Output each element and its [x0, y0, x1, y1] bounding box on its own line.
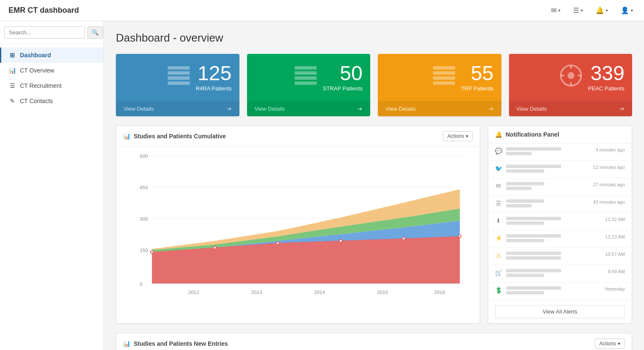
- notif-item-8: 🛒 9:49 AM: [488, 265, 632, 283]
- topnav: EMR CT dashboard ✉ ▾ ☰ ▾ 🔔 ▾ 👤 ▾: [0, 0, 644, 21]
- trp-view-details[interactable]: View Details: [385, 106, 416, 112]
- trp-card-icon: [433, 66, 455, 89]
- page-title: Dashboard - overview: [116, 31, 632, 45]
- stat-cards-row: 125 R4RA Patients View Details ➜: [116, 54, 632, 116]
- notif-text-bar-2: [506, 221, 544, 225]
- trp-number: 55: [461, 63, 493, 84]
- strap-view-details[interactable]: View Details: [255, 106, 285, 112]
- strap-card-icon: [295, 66, 317, 89]
- svg-rect-9: [433, 71, 455, 75]
- sidebar-item-label: CT Contacts: [20, 98, 53, 104]
- bell-nav-btn[interactable]: 🔔 ▾: [593, 5, 610, 16]
- sidebar-item-dashboard[interactable]: ⊞ Dashboard: [0, 48, 104, 63]
- actions2-caret-icon: ▾: [618, 341, 620, 347]
- svg-point-28: [402, 237, 405, 240]
- chart-actions-button[interactable]: Actions ▾: [443, 131, 473, 141]
- strap-label: STRAP Patients: [323, 85, 363, 92]
- notif-icon-twitter: 🐦: [495, 165, 502, 172]
- user-icon: 👤: [621, 6, 629, 14]
- peac-arrow-icon: ➜: [619, 105, 624, 112]
- ct-contacts-icon: ✎: [9, 98, 16, 104]
- topnav-right: ✉ ▾ ☰ ▾ 🔔 ▾ 👤 ▾: [548, 5, 636, 16]
- svg-point-24: [151, 251, 153, 253]
- bell-caret: ▾: [606, 8, 608, 13]
- stat-card-peac: 339 PEAC Patients View Details ➜: [509, 54, 633, 116]
- svg-rect-10: [433, 76, 455, 80]
- strap-footer[interactable]: View Details ➜: [247, 101, 371, 116]
- notif-text-bar: [506, 234, 561, 238]
- notif-text-bar: [506, 182, 544, 185]
- notif-item-9: 💲 Yesterday: [488, 283, 632, 300]
- peac-number: 339: [588, 63, 624, 84]
- r4ra-arrow-icon: ➜: [227, 105, 232, 112]
- chart2-actions-button[interactable]: Actions ▾: [595, 339, 625, 349]
- peac-card-icon: [560, 64, 582, 91]
- actions2-label: Actions: [599, 341, 616, 347]
- chart-panel-cumulative: 📊 Studies and Patients Cumulative Action…: [116, 126, 480, 324]
- svg-point-25: [214, 246, 216, 249]
- search-button[interactable]: 🔍: [87, 26, 103, 39]
- svg-text:2012: 2012: [188, 289, 199, 295]
- trp-label: TRP Patients: [461, 85, 493, 92]
- svg-text:2015: 2015: [377, 289, 388, 295]
- peac-view-details[interactable]: View Details: [517, 106, 547, 112]
- svg-rect-4: [295, 66, 317, 70]
- notif-time-9: Yesterday: [604, 286, 625, 291]
- notif-text-bar: [506, 269, 561, 272]
- sidebar-item-ct-recruitment[interactable]: ☰ CT Recruitment: [0, 78, 104, 93]
- notif-text-bar-2: [506, 256, 561, 260]
- svg-text:2016: 2016: [434, 289, 445, 295]
- notif-time-6: 11:13 AM: [605, 234, 625, 239]
- notif-text-bar: [506, 217, 561, 220]
- notif-time-3: 27 minutes ago: [593, 182, 625, 187]
- svg-text:0: 0: [140, 281, 143, 287]
- notif-text-bar: [506, 199, 544, 203]
- svg-text:300: 300: [140, 216, 148, 221]
- notif-item-2: 🐦 12 minutes ago: [488, 161, 632, 178]
- notif-item-5: ⬇ 11:32 AM: [488, 213, 632, 230]
- search-input[interactable]: [4, 26, 85, 39]
- r4ra-footer[interactable]: View Details ➜: [116, 101, 239, 116]
- svg-text:2014: 2014: [314, 289, 325, 295]
- email-nav-btn[interactable]: ✉ ▾: [548, 5, 563, 16]
- stat-card-r4ra: 125 R4RA Patients View Details ➜: [116, 54, 239, 116]
- svg-rect-2: [168, 76, 190, 80]
- peac-footer[interactable]: View Details ➜: [509, 101, 633, 116]
- sidebar-item-label: CT Recruitment: [20, 82, 62, 89]
- notif-text-bar: [506, 147, 561, 151]
- notifications-footer: View All Alerts: [488, 300, 632, 323]
- notif-text-bar-2: [506, 187, 532, 190]
- peac-label: PEAC Patients: [588, 85, 624, 92]
- sidebar-item-ct-contacts[interactable]: ✎ CT Contacts: [0, 93, 104, 109]
- r4ra-label: R4RA Patients: [196, 85, 232, 92]
- bell-icon: 🔔: [596, 6, 604, 14]
- notif-time-7: 10:57 AM: [605, 252, 625, 257]
- svg-rect-3: [168, 81, 190, 85]
- strap-arrow-icon: ➜: [357, 105, 363, 112]
- r4ra-view-details[interactable]: View Details: [124, 106, 154, 112]
- trp-footer[interactable]: View Details ➜: [378, 101, 501, 116]
- trp-arrow-icon: ➜: [489, 105, 494, 112]
- svg-text:450: 450: [140, 185, 148, 190]
- user-nav-btn[interactable]: 👤 ▾: [618, 5, 636, 16]
- svg-point-29: [458, 235, 461, 238]
- notif-text-bar-2: [506, 291, 544, 294]
- user-caret: ▾: [631, 8, 633, 13]
- app-body: 🔍 ⊞ Dashboard 📊 CT Overview ☰ CT Recruit…: [0, 21, 644, 350]
- bell-panel-icon: 🔔: [495, 131, 502, 138]
- notif-text-bar-2: [506, 239, 544, 242]
- svg-rect-7: [295, 81, 317, 85]
- ct-recruitment-icon: ☰: [9, 82, 16, 89]
- email-caret: ▾: [558, 8, 560, 13]
- email-icon: ✉: [551, 6, 557, 14]
- notif-text-bar-2: [506, 274, 544, 277]
- actions-caret-icon: ▾: [466, 133, 468, 139]
- notif-text-bar-2: [506, 152, 532, 155]
- svg-rect-8: [433, 66, 455, 70]
- notifications-panel-title: Notifications Panel: [506, 131, 559, 138]
- sidebar-search-area: 🔍: [0, 21, 104, 44]
- sidebar-item-ct-overview[interactable]: 📊 CT Overview: [0, 63, 104, 78]
- list-nav-btn[interactable]: ☰ ▾: [571, 5, 585, 16]
- stat-card-trp: 55 TRP Patients View Details ➜: [378, 54, 501, 116]
- view-all-alerts-button[interactable]: View All Alerts: [495, 305, 625, 318]
